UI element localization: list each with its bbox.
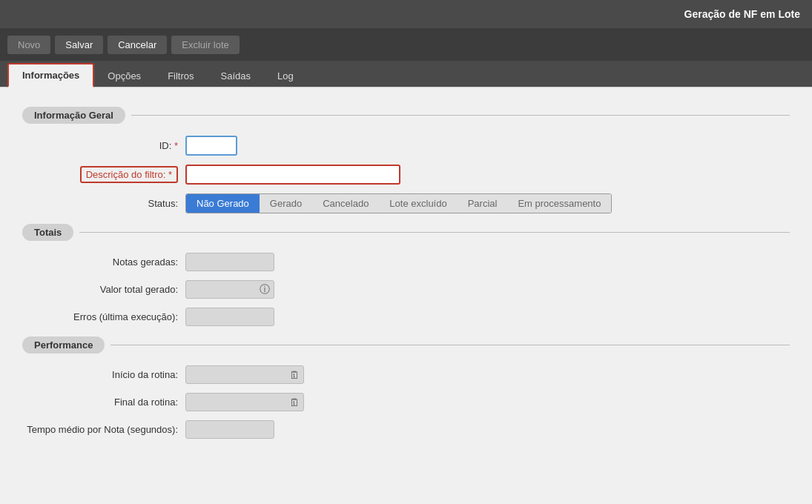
excluir-button[interactable]: Excluir lote [171,36,240,54]
novo-button[interactable]: Novo [7,36,50,54]
final-row: Final da rotina: 🗓 [22,393,790,411]
desc-label-box: Descrição do filtro: * [80,166,178,183]
valor-input-wrap: ⓘ [185,280,274,299]
valor-row: Valor total gerado: ⓘ [22,280,790,299]
salvar-button[interactable]: Salvar [55,36,103,54]
final-input[interactable] [185,393,304,411]
final-input-wrap: 🗓 [185,393,304,411]
header-bar: Geração de NF em Lote [0,0,812,28]
tab-log[interactable]: Log [264,65,307,87]
performance-divider [110,345,790,345]
desc-label-wrap: Descrição do filtro: * [22,169,185,180]
erros-input [185,308,274,326]
notas-row: Notas geradas: [22,253,790,271]
tab-opcoes[interactable]: Opções [94,65,154,87]
performance-section-header: Performance [22,336,790,354]
tempo-row: Tempo médio por Nota (segundos): [22,420,790,439]
id-row: ID: * [22,136,790,156]
content-area: Informação Geral ID: * Descrição do filt… [0,87,812,504]
erros-label: Erros (última execução): [22,311,185,322]
tab-bar: Informações Opções Filtros Saídas Log [0,61,812,87]
totais-label: Totais [22,224,73,241]
performance-label: Performance [22,336,105,354]
id-input[interactable] [185,136,237,156]
final-label: Final da rotina: [22,397,185,408]
valor-label: Valor total gerado: [22,284,185,295]
header-title: Geração de NF em Lote [684,8,800,20]
status-cancelado[interactable]: Cancelado [312,194,379,213]
totais-divider [79,232,790,233]
inicio-label: Início da rotina: [22,369,185,380]
status-parcial[interactable]: Parcial [458,194,508,213]
info-geral-section-header: Informação Geral [22,107,790,124]
tab-filtros[interactable]: Filtros [154,65,207,87]
status-em-processamento[interactable]: Em processamento [507,194,611,213]
status-lote-excluido[interactable]: Lote excluído [379,194,457,213]
toolbar: Novo Salvar Cancelar Excluir lote [0,28,812,61]
tempo-input [185,420,274,439]
inicio-row: Início da rotina: 🗓 [22,365,790,384]
id-label: ID: * [22,140,185,151]
valor-input [185,280,274,299]
totais-section-header: Totais [22,224,790,241]
cancelar-button[interactable]: Cancelar [108,36,167,54]
inicio-input-wrap: 🗓 [185,365,304,384]
id-required: * [174,140,178,151]
erros-row: Erros (última execução): [22,308,790,326]
status-row: Status: Não Gerado Gerado Cancelado Lote… [22,193,790,213]
desc-input[interactable] [185,165,400,185]
tab-saidas[interactable]: Saídas [208,65,264,87]
inicio-input[interactable] [185,365,304,384]
notas-input [185,253,274,271]
info-geral-divider [131,115,790,116]
status-label: Status: [22,198,185,209]
info-geral-label: Informação Geral [22,107,125,124]
status-group: Não Gerado Gerado Cancelado Lote excluíd… [185,193,612,213]
tempo-label: Tempo médio por Nota (segundos): [22,424,185,435]
notas-label: Notas geradas: [22,256,185,268]
status-nao-gerado[interactable]: Não Gerado [186,194,260,213]
tab-informacoes[interactable]: Informações [7,63,94,87]
descricao-row: Descrição do filtro: * [22,165,790,185]
status-gerado[interactable]: Gerado [260,194,312,213]
